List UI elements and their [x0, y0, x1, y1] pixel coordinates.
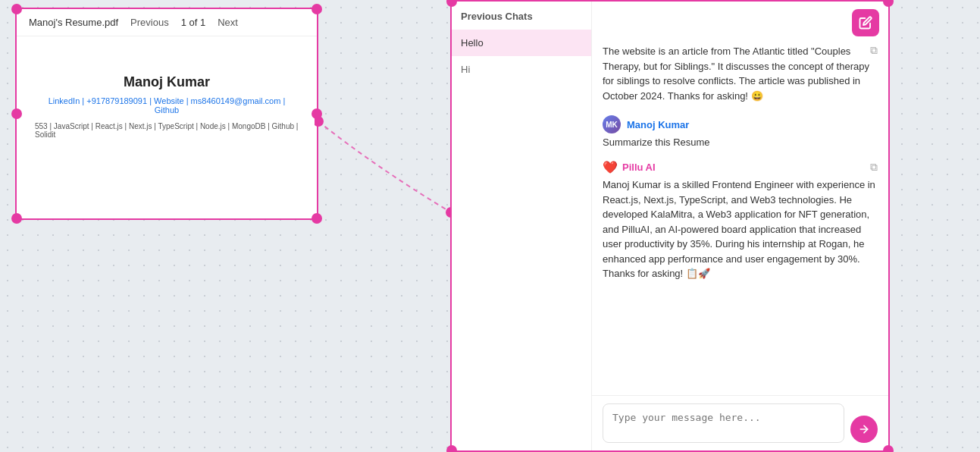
resume-skills: 553 | JavaScript | React.js | Next.js | …: [35, 122, 299, 139]
separator1: | +917879189091 |: [82, 96, 154, 105]
github-link[interactable]: Github: [155, 105, 179, 115]
copy-icon-2[interactable]: ⧉: [870, 161, 878, 174]
corner-dot-bl: [11, 213, 22, 224]
new-chat-button[interactable]: [852, 9, 879, 36]
email-link[interactable]: ms8460149@gmail.com: [191, 96, 281, 105]
user-row: MK Manoj Kumar: [603, 115, 878, 133]
chat-header: [592, 2, 888, 44]
pillu-emoji: ❤️: [603, 160, 618, 174]
user-name: Manoj Kumar: [627, 119, 689, 130]
page-indicator: 1 of 1: [181, 17, 206, 28]
message-block-2: MK Manoj Kumar Summarize this Resume: [603, 115, 878, 148]
chat-item-hi[interactable]: Hi: [452, 56, 591, 83]
user-message-text: Summarize this Resume: [603, 137, 878, 148]
corner-dot-br: [312, 213, 322, 224]
corner-dot-mr: [312, 108, 322, 119]
pillu-name: Pillu AI: [622, 162, 656, 173]
user-avatar: MK: [603, 115, 621, 133]
chat-corner-dot-br: [883, 445, 894, 452]
send-button[interactable]: [850, 416, 878, 443]
chat-corner-dot-tr: [883, 0, 894, 7]
pdf-toolbar: Manoj's Resume.pdf Previous 1 of 1 Next: [17, 9, 317, 36]
chat-item-hello[interactable]: Hello: [452, 30, 591, 56]
chat-input-area: [592, 395, 888, 450]
website-link[interactable]: Website: [154, 96, 184, 105]
pdf-filename: Manoj's Resume.pdf: [29, 17, 118, 28]
separator3: |: [283, 96, 285, 105]
copy-icon-1[interactable]: ⧉: [870, 44, 878, 57]
new-chat-icon: [859, 16, 872, 30]
chat-panel: Previous Chats Hello Hi ⧉ The website is…: [450, 0, 890, 452]
chat-corner-dot-bl: [446, 445, 457, 452]
resume-links: LinkedIn | +917879189091 | Website | ms8…: [35, 96, 299, 115]
pdf-viewer-panel: Manoj's Resume.pdf Previous 1 of 1 Next …: [15, 8, 318, 220]
pdf-content: Manoj Kumar LinkedIn | +917879189091 | W…: [17, 36, 317, 154]
sidebar-title: Previous Chats: [452, 11, 591, 30]
ai-message-2: Manoj Kumar is a skilled Frontend Engine…: [603, 177, 878, 281]
chat-sidebar: Previous Chats Hello Hi: [452, 2, 592, 450]
ai-message-1: The website is an article from The Atlan…: [603, 44, 878, 103]
corner-dot-tr: [312, 4, 322, 14]
corner-dot-ml: [11, 108, 22, 119]
dashed-arrow: [315, 106, 466, 228]
send-icon: [858, 423, 870, 435]
pillu-row: ❤️ Pillu AI ⧉: [603, 160, 878, 174]
next-button[interactable]: Next: [214, 15, 241, 30]
corner-dot-tl: [11, 4, 22, 14]
resume-person-name: Manoj Kumar: [35, 74, 299, 90]
previous-button[interactable]: Previous: [127, 15, 172, 30]
message-block-3: ❤️ Pillu AI ⧉ Manoj Kumar is a skilled F…: [603, 160, 878, 281]
linkedin-link[interactable]: LinkedIn: [49, 96, 80, 105]
message-block-1: ⧉ The website is an article from The Atl…: [603, 44, 878, 103]
chat-input[interactable]: [603, 403, 844, 443]
messages-area: ⧉ The website is an article from The Atl…: [592, 44, 888, 395]
main-chat-area: ⧉ The website is an article from The Atl…: [592, 2, 888, 450]
